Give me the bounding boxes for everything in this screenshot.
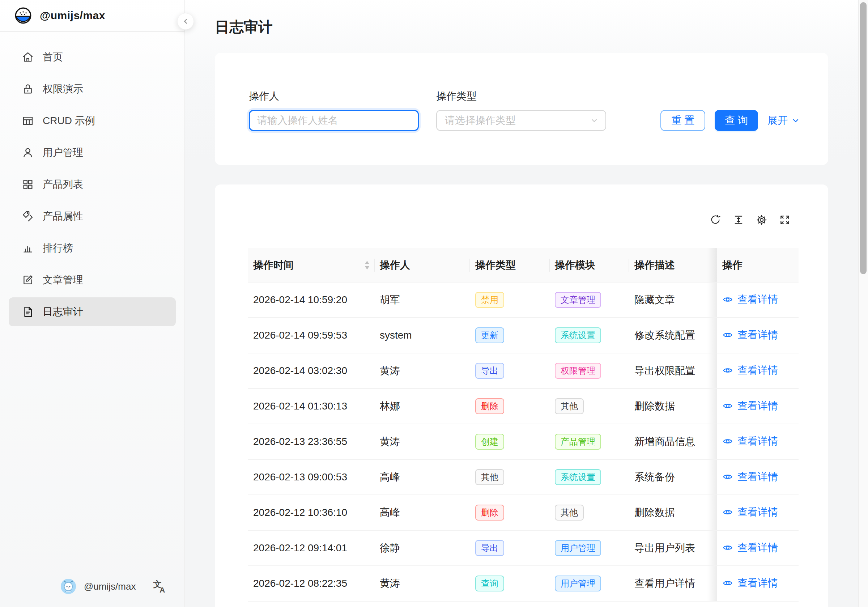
sidebar-item-1[interactable]: 权限演示 [9,75,176,104]
sidebar-item-label: 产品列表 [43,178,83,191]
sidebar-item-2[interactable]: CRUD 示例 [9,106,176,135]
table-row: 2026-02-14 01:30:13林娜删除其他删除数据查看详情 [248,388,798,424]
column-header-time[interactable]: 操作时间 [248,248,375,282]
cell-action: 查看详情 [717,566,798,601]
view-detail-link[interactable]: 查看详情 [722,293,778,306]
translation-icon[interactable]: 文 A [153,579,167,594]
cell-operator: 徐静 [375,530,470,566]
view-detail-link[interactable]: 查看详情 [722,399,778,413]
filter-actions: 重 置 查 询 展开 [660,110,800,131]
expand-label: 展开 [767,113,788,127]
scrollbar-thumb[interactable] [860,2,866,274]
cell-time: 2026-02-12 08:22:35 [248,566,375,601]
filter-card: 操作人 操作类型 请选择操作类型 重 置 查 询 展开 [215,53,828,165]
page-title: 日志审计 [215,17,858,37]
tag-geekblue: 导出 [475,540,504,556]
sidebar-item-6[interactable]: 排行榜 [9,234,176,262]
eye-icon [722,365,733,376]
tag-blue: 用户管理 [555,576,601,591]
cell-type: 导出 [470,353,550,388]
table-icon [22,115,34,127]
eye-icon [722,294,733,305]
table-row: 2026-02-12 10:36:10高峰删除其他删除数据查看详情 [248,495,798,530]
view-detail-link[interactable]: 查看详情 [722,363,778,377]
sidebar-item-3[interactable]: 用户管理 [9,138,176,167]
sidebar-item-4[interactable]: 产品列表 [9,170,176,199]
home-icon [22,51,34,63]
brand[interactable]: @umijs/max [0,0,184,32]
sidebar-collapse-button[interactable] [177,13,194,29]
cell-operator: 高峰 [375,495,470,530]
scrollbar-track[interactable] [858,0,868,607]
fullscreen-icon[interactable] [779,214,790,226]
operator-input[interactable] [249,110,419,131]
expand-toggle[interactable]: 展开 [767,113,800,127]
sidebar-item-label: 权限演示 [43,82,83,96]
cell-desc: 删除数据 [629,388,717,424]
cell-time: 2026-02-14 01:30:13 [248,388,375,424]
sidebar-item-7[interactable]: 文章管理 [9,265,176,295]
cell-module: 系统设置 [550,460,629,495]
search-button[interactable]: 查 询 [715,110,758,131]
sidebar-item-0[interactable]: 首页 [9,43,176,71]
column-height-icon[interactable] [733,214,744,226]
type-select[interactable]: 请选择操作类型 [436,110,606,131]
sidebar-item-5[interactable]: 产品属性 [9,202,176,231]
cell-action: 查看详情 [717,460,798,495]
view-detail-link[interactable]: 查看详情 [722,470,778,484]
cell-time: 2026-02-14 03:02:30 [248,353,375,388]
view-detail-link[interactable]: 查看详情 [722,541,778,554]
sorter-icon [364,261,370,270]
chevron-left-icon [181,17,190,26]
type-select-placeholder: 请选择操作类型 [445,113,516,127]
sidebar: @umijs/max 首页权限演示CRUD 示例用户管理产品列表产品属性排行榜文… [0,0,185,607]
tag-gold: 禁用 [475,292,504,308]
column-header-operator: 操作人 [375,248,470,282]
cell-operator: system [375,318,470,353]
tag-green: 产品管理 [555,434,601,450]
tag-magenta: 权限管理 [555,363,601,379]
eye-icon [722,401,733,411]
sidebar-item-label: 首页 [43,50,63,64]
cell-action: 查看详情 [717,318,798,353]
reset-button[interactable]: 重 置 [660,110,705,131]
cell-type: 查询 [470,566,550,601]
table-row: 2026-02-13 09:00:53高峰其他系统设置系统备份查看详情 [248,460,798,495]
user-icon [22,146,34,159]
log-table: 操作时间 操作人 操作类型 操作模块 操作描述 操作 2026-02-14 10… [248,248,798,602]
cell-desc: 导出用户列表 [629,530,717,566]
setting-icon[interactable] [756,214,767,226]
cell-type: 删除 [470,495,550,530]
ant-avatar-icon[interactable] [60,578,77,595]
reload-icon[interactable] [710,214,721,226]
svg-text:A: A [160,586,165,594]
cell-type: 删除 [470,388,550,424]
tag-blue: 用户管理 [555,540,601,556]
cell-operator: 高峰 [375,460,470,495]
view-detail-link[interactable]: 查看详情 [722,505,778,519]
cell-type: 创建 [470,424,550,460]
cell-type: 禁用 [470,282,550,318]
cell-module: 权限管理 [550,353,629,388]
eye-icon [722,436,733,447]
view-detail-link[interactable]: 查看详情 [722,328,778,342]
operator-form-item: 操作人 [249,90,419,131]
tag-default: 其他 [555,398,584,414]
cell-operator: 黄涛 [375,566,470,601]
table-row: 2026-02-14 10:59:20胡军禁用文章管理隐藏文章查看详情 [248,282,798,318]
cell-action: 查看详情 [717,424,798,460]
sidebar-item-8[interactable]: 日志审计 [9,297,176,326]
tag-geekblue: 导出 [475,363,504,379]
table-body: 2026-02-14 10:59:20胡军禁用文章管理隐藏文章查看详情2026-… [248,282,798,601]
cell-time: 2026-02-12 10:36:10 [248,495,375,530]
sidebar-item-label: 日志审计 [43,305,83,319]
sidebar-item-label: 产品属性 [43,210,83,223]
view-detail-link[interactable]: 查看详情 [722,576,778,590]
sidebar-footer: @umijs/max 文 A [0,571,184,607]
table-row: 2026-02-14 09:59:53system更新系统设置修改系统配置查看详… [248,318,798,353]
view-detail-link[interactable]: 查看详情 [722,435,778,448]
file-text-icon [22,306,34,318]
tag-cyan: 系统设置 [555,328,601,343]
cell-type: 导出 [470,530,550,566]
column-header-action: 操作 [717,248,798,282]
